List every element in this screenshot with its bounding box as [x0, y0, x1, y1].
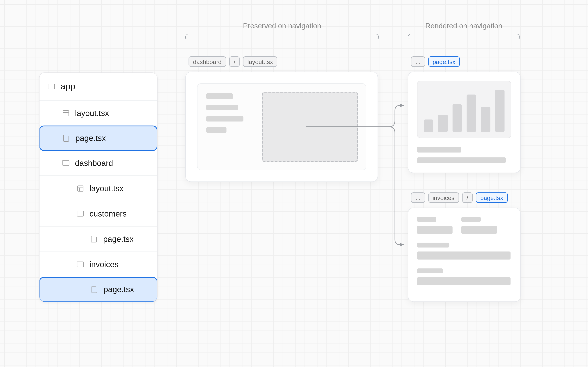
- tree-item-label: dashboard: [75, 158, 113, 167]
- placeholder-bar: [417, 251, 511, 260]
- placeholder-bar: [206, 116, 243, 122]
- placeholder-bar: [461, 226, 497, 234]
- tree-item-page-invoices[interactable]: page.tsx: [39, 277, 158, 302]
- chart-bar: [452, 104, 462, 132]
- placeholder-bar: [417, 147, 461, 152]
- tree-item-label: layout.tsx: [89, 184, 123, 193]
- chart-bar: [438, 115, 447, 132]
- pill-page-file: page.tsx: [428, 56, 460, 67]
- tree-item-label: customers: [89, 209, 127, 218]
- placeholder-lines: [417, 147, 511, 163]
- folder-icon: [77, 261, 84, 267]
- tree-item-label: page.tsx: [103, 234, 134, 243]
- rendered-bracket: [408, 34, 520, 39]
- pill-invoices: invoices: [428, 192, 459, 203]
- pill-ellipsis: ...: [411, 192, 425, 203]
- rendered-page-bottom: [408, 208, 520, 302]
- layout-pill-row: dashboard / layout.tsx: [189, 56, 277, 67]
- preserved-bracket: [185, 34, 379, 39]
- tree-item-page-customers[interactable]: page.tsx: [40, 227, 157, 252]
- folder-icon: [48, 84, 55, 89]
- file-tree: app layout.tsx page.tsx dashboard layout…: [39, 73, 158, 302]
- folder-icon: [77, 211, 84, 217]
- layout-preview-inner: [197, 83, 366, 170]
- placeholder-bar: [206, 93, 233, 99]
- tree-item-page-root[interactable]: page.tsx: [39, 125, 158, 151]
- tree-item-label: invoices: [89, 260, 119, 269]
- file-icon: [91, 286, 98, 293]
- tree-root[interactable]: app: [40, 73, 157, 100]
- placeholder-bar: [417, 157, 506, 163]
- sidebar-placeholder: [206, 93, 243, 133]
- chart-bar: [424, 119, 433, 132]
- placeholder-bar: [417, 217, 436, 222]
- placeholder-bar: [206, 105, 238, 110]
- pill-ellipsis: ...: [411, 56, 425, 67]
- placeholder-bar: [206, 127, 226, 133]
- file-icon: [90, 236, 97, 242]
- pill-dashboard: dashboard: [189, 56, 226, 67]
- chart-bar: [495, 90, 504, 132]
- pill-page-file: page.tsx: [476, 192, 508, 203]
- tree-item-dashboard[interactable]: dashboard: [40, 150, 157, 176]
- rendered-page-top: [408, 72, 520, 173]
- tree-root-label: app: [61, 81, 75, 92]
- chart-bar: [467, 94, 476, 132]
- placeholder-bar: [417, 268, 443, 273]
- layout-slot: [262, 92, 358, 162]
- file-icon: [62, 135, 70, 142]
- preserved-header: Preserved on navigation: [185, 22, 379, 30]
- tree-item-label: layout.tsx: [75, 108, 109, 118]
- placeholder-bar: [417, 277, 511, 285]
- layout-preview-card: [185, 72, 378, 182]
- tree-item-label: page.tsx: [75, 133, 106, 143]
- render-bottom-pill-row: ... invoices / page.tsx: [411, 192, 508, 203]
- placeholder-bar: [461, 217, 481, 222]
- pill-separator: /: [462, 192, 473, 203]
- rendered-header: Rendered on navigation: [408, 22, 520, 30]
- chart-bar: [481, 107, 490, 132]
- placeholder-bar: [417, 242, 449, 247]
- folder-icon: [62, 160, 69, 166]
- layout-icon: [63, 110, 69, 116]
- tree-item-label: page.tsx: [104, 285, 134, 294]
- tree-item-layout-dashboard[interactable]: layout.tsx: [40, 176, 157, 201]
- tree-item-invoices[interactable]: invoices: [40, 252, 157, 277]
- tree-item-layout-root[interactable]: layout.tsx: [40, 100, 157, 126]
- chart-placeholder: [417, 81, 511, 138]
- pill-layout-file: layout.tsx: [243, 56, 277, 67]
- layout-icon: [77, 185, 83, 192]
- tree-item-customers[interactable]: customers: [40, 201, 157, 226]
- render-top-pill-row: ... page.tsx: [411, 56, 460, 67]
- pill-separator: /: [229, 56, 240, 67]
- placeholder-bar: [417, 226, 453, 234]
